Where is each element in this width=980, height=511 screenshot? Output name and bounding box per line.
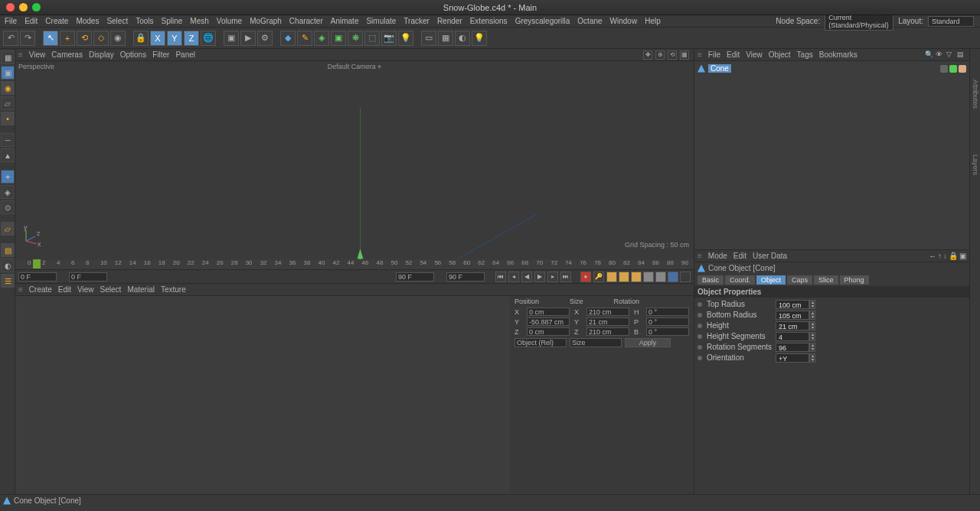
om-tags[interactable]: Tags [797,50,813,59]
coord-apply-button[interactable]: Apply [625,338,671,347]
attr-value-input[interactable]: 96 [776,343,809,352]
keyframe-scale-icon[interactable] [619,272,629,282]
spinner-icon[interactable]: ▴▾ [809,343,815,352]
om-edit[interactable]: Edit [727,50,740,59]
visibility-tag-icon[interactable] [940,65,948,73]
y-axis-icon[interactable]: Y [167,31,182,46]
keyframe-pla-icon[interactable] [655,272,666,282]
play-back-icon[interactable]: ◀ [521,272,532,282]
layout-select[interactable]: Standard [928,16,974,27]
timeline-end[interactable]: 90 F [396,272,434,282]
menu-spline[interactable]: Spline [162,17,183,25]
tag-icon[interactable]: ◐ [455,31,470,46]
attr-up-icon[interactable]: ↓ [943,252,947,260]
vp-pan-icon[interactable]: ✥ [643,50,652,60]
menu-tools[interactable]: Tools [136,17,153,25]
menu-extensions[interactable]: Extensions [470,17,508,25]
timeline-end2[interactable]: 90 F [446,272,485,282]
attr-value-input[interactable]: 21 cm [776,321,809,330]
attr-fwd-icon[interactable]: ↑ [938,252,942,260]
menu-tracker[interactable]: Tracker [403,17,430,25]
menu-window[interactable]: Window [610,17,638,25]
material-manager-area[interactable] [15,296,510,494]
make-editable-icon[interactable]: ▦ [1,50,15,64]
bulb-icon[interactable]: 💡 [472,31,487,46]
attr-tab-phong[interactable]: Phong [840,275,869,285]
menu-modes[interactable]: Modes [76,17,99,25]
object-name[interactable]: Cone [708,64,731,73]
world-icon[interactable]: 🌐 [201,31,216,46]
go-end-icon[interactable]: ⏭ [560,272,571,282]
timeline-ruler[interactable]: 0246810121416182022242628303234363840424… [15,259,694,270]
record-icon[interactable]: ● [580,272,591,282]
spinner-icon[interactable]: ▴▾ [809,300,815,309]
coord-pos-input[interactable]: 0 cm [527,308,570,316]
spinner-icon[interactable]: ▴▾ [809,321,815,330]
extrude-icon[interactable]: ▣ [331,31,346,46]
lock-icon[interactable]: 🔒 [133,31,149,46]
move-tool-icon[interactable]: ↖ [43,31,58,46]
vp-menu-filter[interactable]: Filter [152,50,169,59]
cloner-icon[interactable]: ❋ [348,31,363,46]
attr-mode[interactable]: Mode [708,252,727,260]
attr-new-icon[interactable]: ▣ [959,252,966,260]
rotate-icon[interactable]: ⟲ [77,31,92,46]
object-row-cone[interactable]: Cone [697,64,966,73]
menu-edit[interactable]: Edit [24,17,38,25]
om-file[interactable]: File [708,50,720,59]
anim-dot-icon[interactable] [697,345,702,350]
model-mode-icon[interactable]: ▣ [1,66,15,80]
attr-tab-slice[interactable]: Slice [814,275,838,285]
maximize-window-icon[interactable] [32,3,41,11]
enable-tag-icon[interactable] [949,65,957,73]
material-icon[interactable]: ▦ [438,31,453,46]
menu-help[interactable]: Help [645,17,661,25]
go-start-icon[interactable]: ⏮ [495,272,506,282]
anim-dot-icon[interactable] [697,324,702,328]
om-flat-icon[interactable]: ▤ [957,50,966,60]
fcurve-icon[interactable] [668,272,678,282]
phong-tag-icon[interactable] [959,65,966,73]
isoline-icon[interactable]: ▤ [1,243,15,257]
om-eye-icon[interactable]: 👁 [936,50,945,60]
keyframe-param-icon[interactable] [643,272,654,282]
mat-view[interactable]: View [77,285,94,294]
anim-dot-icon[interactable] [697,302,702,307]
attr-userdata[interactable]: User Data [753,252,787,260]
menu-simulate[interactable]: Simulate [366,17,396,25]
om-search-icon[interactable]: 🔍 [925,50,934,60]
mat-texture[interactable]: Texture [161,285,186,294]
coord-pos-input[interactable]: 0 cm [527,327,570,336]
coord-size-input[interactable]: 210 cm [586,327,629,336]
menu-mesh[interactable]: Mesh [190,17,208,25]
undo-icon[interactable]: ↶ [3,31,18,46]
om-filter-icon[interactable]: ▽ [946,50,956,60]
vp-zoom-icon[interactable]: ⊕ [655,50,665,60]
step-back-icon[interactable]: ◂ [508,272,519,282]
spinner-icon[interactable]: ▴▾ [809,353,815,363]
anim-dot-icon[interactable] [697,313,702,317]
minimize-window-icon[interactable] [19,3,28,11]
polygon-mode-icon[interactable]: ▲ [1,148,15,162]
mat-select[interactable]: Select [100,285,122,294]
render-settings-icon[interactable]: ⚙ [257,31,273,46]
texture-mode-icon[interactable]: ◉ [1,81,15,95]
mat-edit[interactable]: Edit [58,285,71,294]
coord-mode-select[interactable]: Object (Rel) [514,338,567,347]
coord-rot-input[interactable]: 0 ° [646,308,689,316]
om-bookmarks[interactable]: Bookmarks [819,50,858,59]
mat-create[interactable]: Create [29,285,52,294]
timeline-playhead[interactable] [33,259,41,269]
spinner-icon[interactable]: ▴▾ [809,332,815,341]
spinner-icon[interactable]: ▴▾ [809,311,815,320]
step-fwd-icon[interactable]: ▸ [547,272,558,282]
menu-octane[interactable]: Octane [577,17,602,25]
menu-select[interactable]: Select [106,17,128,25]
menu-create[interactable]: Create [45,17,68,25]
attr-value-input[interactable]: 4 [776,332,809,341]
edge-mode-icon[interactable]: ─ [1,133,15,147]
menu-file[interactable]: File [5,17,17,25]
anim-dot-icon[interactable] [697,334,702,339]
vp-rotate-icon[interactable]: ⟲ [668,50,677,60]
attr-tab-object[interactable]: Object [756,275,786,285]
